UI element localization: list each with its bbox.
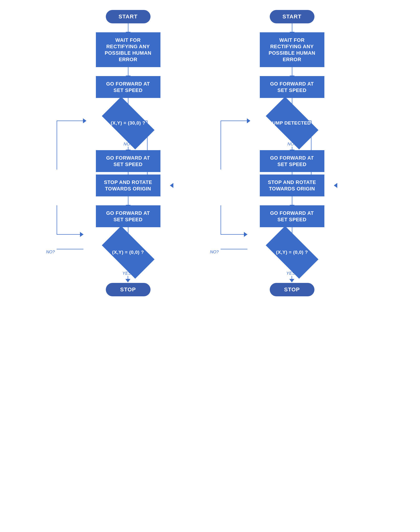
loop1-right-v bbox=[147, 121, 148, 175]
loop1-left-h-2 bbox=[221, 121, 247, 121]
loop-2-block-1: GO FORWARD AT SET SPEED (X,Y) = (0,0) ? … bbox=[56, 205, 200, 279]
start-pill-1: START bbox=[106, 10, 151, 23]
flowchart-2: START WAIT FOR RECTIFYING ANY POSSIBLE H… bbox=[220, 10, 364, 296]
diamond-2-wrap-1: (X,Y) = (0,0) ? bbox=[96, 236, 160, 268]
loop-1-block: (X,Y) = (30,0) ? NO? GO FORWARD AT SET S… bbox=[56, 107, 200, 172]
loop2-arrow-2 bbox=[244, 232, 247, 237]
go-forward-1-rect-2: GO FORWARD AT SET SPEED bbox=[260, 76, 324, 98]
loop1-left-arrow-2 bbox=[247, 118, 250, 123]
go-forward-2-rect-1: GO FORWARD AT SET SPEED bbox=[96, 150, 160, 172]
diamond-1-text-2: BUMP DETECTED ? bbox=[269, 120, 315, 126]
loop2-left-v-2 bbox=[221, 205, 221, 235]
loop1-right-v-2 bbox=[311, 121, 311, 175]
loop-2-block-2: GO FORWARD AT SET SPEED (X,Y) = (0,0) ? … bbox=[220, 205, 364, 279]
go-forward-3-rect-2: GO FORWARD AT SET SPEED bbox=[260, 205, 324, 227]
go-forward-3-rect-1: GO FORWARD AT SET SPEED bbox=[96, 205, 160, 227]
stop-pill-1: STOP bbox=[106, 283, 151, 296]
loop-1-block-2: BUMP DETECTED ? NO? GO FORWARD AT SET SP… bbox=[220, 107, 364, 172]
start-pill-2: START bbox=[270, 10, 314, 23]
no-label-2-1: NO? bbox=[46, 250, 55, 255]
stop-rotate-rect-2: STOP AND ROTATE TOWARDS ORIGIN bbox=[260, 175, 324, 196]
page: START WAIT FOR RECTIFYING ANY POSSIBLE H… bbox=[0, 10, 420, 296]
go-forward-1-rect-1: GO FORWARD AT SET SPEED bbox=[96, 76, 160, 98]
stop-rotate-arrow-1 bbox=[170, 183, 173, 188]
loop1-left-arrow bbox=[83, 118, 86, 123]
diamond-2-text-2: (X,Y) = (0,0) ? bbox=[276, 249, 308, 256]
loop1-left-h bbox=[57, 121, 83, 121]
loop2-left-h2-2 bbox=[221, 249, 247, 249]
diamond-1-text: (X,Y) = (30,0) ? bbox=[111, 120, 145, 126]
loop1-left-v-2 bbox=[221, 121, 221, 170]
loop2-left-h2-1 bbox=[57, 249, 83, 249]
go-forward-2-rect-2: GO FORWARD AT SET SPEED bbox=[260, 150, 324, 172]
wait-rect-2: WAIT FOR RECTIFYING ANY POSSIBLE HUMAN E… bbox=[260, 32, 324, 67]
diamond-1-wrap-2: BUMP DETECTED ? bbox=[260, 107, 324, 139]
diamond-2-wrap-2: (X,Y) = (0,0) ? bbox=[260, 236, 324, 268]
loop2-left-h-1 bbox=[57, 234, 83, 235]
loop2-left-h-2 bbox=[221, 234, 247, 235]
loop2-left-v-1 bbox=[57, 205, 57, 235]
stop-rotate-rect-1: STOP AND ROTATE TOWARDS ORIGIN bbox=[96, 175, 160, 196]
stop-pill-2: STOP bbox=[270, 283, 314, 296]
diamond-2-text-1: (X,Y) = (0,0) ? bbox=[112, 249, 144, 256]
diamond-1-wrap: (X,Y) = (30,0) ? bbox=[96, 107, 160, 139]
no-label-2-2: NO? bbox=[210, 250, 219, 255]
loop2-arrow-1 bbox=[80, 232, 83, 237]
stop-rotate-arrow-2 bbox=[334, 183, 337, 188]
loop1-left-v bbox=[57, 121, 57, 170]
flowchart-1: START WAIT FOR RECTIFYING ANY POSSIBLE H… bbox=[56, 10, 200, 296]
wait-rect-1: WAIT FOR RECTIFYING ANY POSSIBLE HUMAN E… bbox=[96, 32, 160, 67]
